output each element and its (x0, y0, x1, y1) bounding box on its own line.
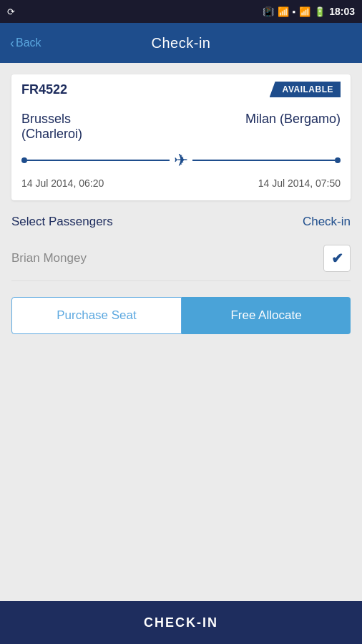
origin-city: Brussels (Charleroi) (21, 112, 82, 142)
checkin-bottom-button[interactable]: CHECK-IN (0, 601, 362, 644)
departure-time: 14 Jul 2014, 06:20 (21, 177, 104, 189)
passenger-checkbox[interactable]: ✔ (323, 245, 351, 272)
main-content: FR4522 AVAILABLE Brussels (Charleroi) Mi… (0, 63, 362, 601)
flight-card-body: Brussels (Charleroi) Milan (Bergamo) ✈ 1… (11, 104, 351, 200)
checkmark-icon: ✔ (331, 250, 343, 267)
available-badge: AVAILABLE (270, 82, 341, 97)
passengers-header: Select Passengers Check-in (11, 215, 351, 229)
status-bar-left: ⟳ (7, 6, 15, 17)
checkin-bottom-label: CHECK-IN (144, 615, 218, 630)
flight-line: ✈ (21, 150, 341, 170)
header: ‹ Back Check-in (0, 23, 362, 63)
back-button[interactable]: ‹ Back (10, 36, 41, 51)
status-bar: ⟳ 📳 📶 ▪ 📶 🔋 18:03 (0, 0, 362, 23)
status-bar-right: 📳 📶 ▪ 📶 🔋 18:03 (263, 6, 355, 17)
origin-dot (21, 157, 27, 163)
flight-card: FR4522 AVAILABLE Brussels (Charleroi) Mi… (11, 74, 351, 200)
passenger-name: Brian Mongey (11, 251, 87, 265)
signal-icon: 📶 (299, 6, 310, 17)
back-label: Back (16, 36, 41, 49)
passenger-row: Brian Mongey ✔ (11, 236, 351, 281)
back-icon: ‹ (10, 36, 14, 51)
flight-times: 14 Jul 2014, 06:20 14 Jul 2014, 07:50 (21, 177, 341, 189)
sim-icon: ▪ (293, 6, 296, 17)
vibrate-icon: 📳 (263, 6, 274, 17)
seat-buttons: Purchase Seat Free Allocate (11, 297, 351, 334)
line-left (27, 160, 170, 161)
purchase-seat-button[interactable]: Purchase Seat (11, 297, 182, 334)
flight-card-header: FR4522 AVAILABLE (11, 74, 351, 104)
header-title: Check-in (152, 35, 211, 52)
dest-dot (335, 157, 341, 163)
battery-icon: 🔋 (314, 6, 326, 17)
line-right (192, 160, 335, 161)
status-time: 18:03 (329, 6, 355, 17)
plane-icon: ✈ (174, 150, 188, 170)
free-allocate-button[interactable]: Free Allocate (182, 297, 351, 334)
arrival-time: 14 Jul 2014, 07:50 (258, 177, 341, 189)
destination-city: Milan (Bergamo) (245, 112, 341, 127)
flight-number: FR4522 (21, 82, 67, 97)
flight-route: Brussels (Charleroi) Milan (Bergamo) (21, 112, 341, 142)
checkin-column-label: Check-in (303, 215, 351, 229)
wifi-icon: 📶 (278, 6, 289, 17)
refresh-icon: ⟳ (7, 6, 15, 17)
select-passengers-label: Select Passengers (11, 215, 113, 229)
